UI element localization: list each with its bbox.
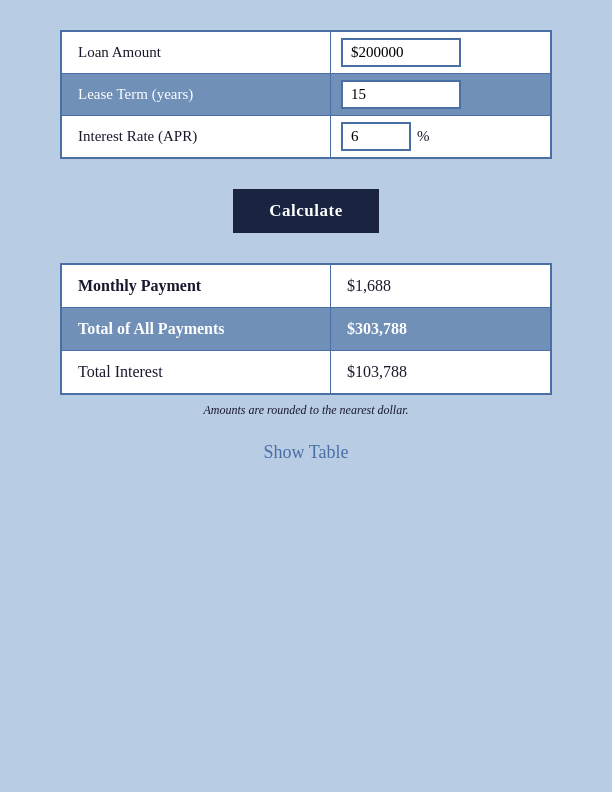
input-table: Loan Amount Lease Term (years) Interest … [60, 30, 552, 159]
page-container: Loan Amount Lease Term (years) Interest … [60, 30, 552, 473]
show-table-button[interactable]: Show Table [264, 442, 349, 463]
interest-rate-label: Interest Rate (APR) [61, 116, 331, 159]
monthly-payment-label: Monthly Payment [61, 264, 331, 308]
percent-symbol: % [417, 128, 430, 145]
total-interest-label: Total Interest [61, 351, 331, 395]
show-table-section: Show Table [60, 418, 552, 473]
loan-amount-label: Loan Amount [61, 31, 331, 74]
calculate-section: Calculate [60, 159, 552, 253]
lease-term-input[interactable] [341, 80, 461, 109]
interest-rate-wrapper: % [341, 122, 540, 151]
footnote: Amounts are rounded to the nearest dolla… [204, 403, 409, 418]
total-interest-value: $103,788 [331, 351, 552, 395]
lease-term-label: Lease Term (years) [61, 74, 331, 116]
total-payments-value: $303,788 [331, 308, 552, 351]
loan-amount-input[interactable] [341, 38, 461, 67]
results-table: Monthly Payment $1,688 Total of All Paym… [60, 263, 552, 395]
calculate-button[interactable]: Calculate [233, 189, 378, 233]
monthly-payment-value: $1,688 [331, 264, 552, 308]
interest-rate-input[interactable] [341, 122, 411, 151]
loan-amount-cell [331, 31, 552, 74]
total-payments-label: Total of All Payments [61, 308, 331, 351]
lease-term-cell [331, 74, 552, 116]
interest-rate-cell: % [331, 116, 552, 159]
